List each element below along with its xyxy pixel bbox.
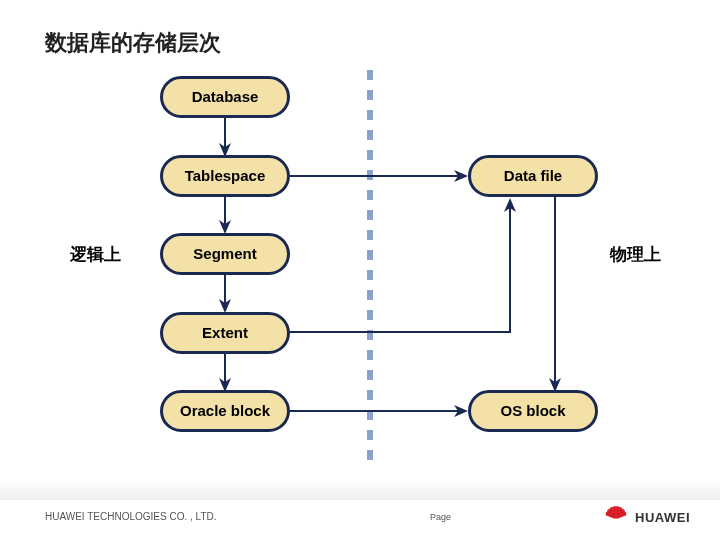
footer-gradient xyxy=(0,480,720,500)
node-data-file: Data file xyxy=(468,155,598,197)
node-tablespace: Tablespace xyxy=(160,155,290,197)
slide: 数据库的存储层次 Database Tablespace Segment Ext… xyxy=(0,0,720,540)
node-oracle-block: Oracle block xyxy=(160,390,290,432)
huawei-logo-text: HUAWEI xyxy=(635,510,690,525)
footer-page: Page xyxy=(430,512,451,522)
node-database: Database xyxy=(160,76,290,118)
node-os-block: OS block xyxy=(468,390,598,432)
huawei-logo-icon xyxy=(601,502,631,532)
label-physical: 物理上 xyxy=(610,243,661,266)
footer-company: HUAWEI TECHNOLOGIES CO. , LTD. xyxy=(45,511,217,522)
page-title: 数据库的存储层次 xyxy=(45,28,221,58)
label-logical: 逻辑上 xyxy=(70,243,121,266)
node-segment: Segment xyxy=(160,233,290,275)
footer: HUAWEI TECHNOLOGIES CO. , LTD. Page HUAW… xyxy=(0,500,720,540)
huawei-logo: HUAWEI xyxy=(601,502,690,532)
diagram-connectors xyxy=(0,0,720,540)
node-extent: Extent xyxy=(160,312,290,354)
